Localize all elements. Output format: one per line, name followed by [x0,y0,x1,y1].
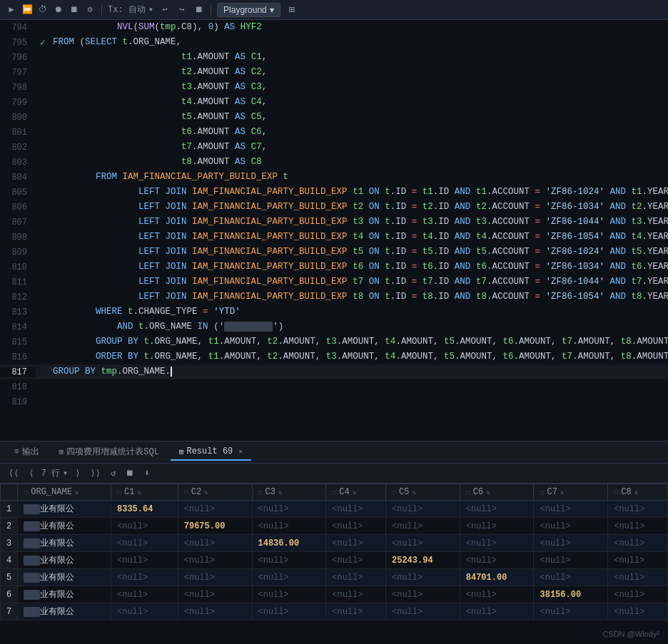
table-cell: <null> [385,586,460,603]
code-line-810: 810 LEFT JOIN IAM_FINANCIAL_PARTY_BUILD_… [0,260,668,275]
stop-result-icon[interactable]: ⏹ [123,466,137,480]
line-num-808: 808 [0,232,36,242]
tab-close-icon[interactable]: ✕ [238,447,243,456]
data-table-container[interactable]: ☐ ORG_NAME ⇅ ☐ C1 ⇅ ☐ C2 [0,484,668,644]
c3-sort-icon[interactable]: ⇅ [278,489,282,496]
c4-sort-icon[interactable]: ⇅ [353,489,356,496]
line-content-801: t6.AMOUNT AS C6, [50,125,668,140]
code-line-801: 801 t6.AMOUNT AS C6, [0,125,668,140]
clock-icon[interactable]: ⏱ [37,4,49,16]
c8-checkbox[interactable]: ☐ [614,488,618,496]
c3-checkbox[interactable]: ☐ [258,488,263,496]
c2-checkbox[interactable]: ☐ [184,488,188,496]
play-icon[interactable]: ▶ [6,4,17,16]
th-c5[interactable]: ☐ C5 ⇅ [385,484,460,501]
table-cell: <null> [326,535,386,552]
c8-sort-icon[interactable]: ⇅ [634,489,638,496]
th-c6[interactable]: ☐ C6 ⇅ [460,484,534,501]
table-cell: <null> [385,535,460,552]
table-cell: <null> [460,603,534,620]
table-cell: 2 [1,518,18,535]
table-row[interactable]: 2██业有限公<null>79675.00<null><null><null><… [1,518,668,535]
orgname-sort-icon[interactable]: ⇅ [75,489,79,496]
play2-icon[interactable]: ⏺ [53,4,64,16]
tab-result[interactable]: ⊞ Result 69 ✕ [171,444,251,461]
line-num-794: 794 [0,23,36,33]
first-page-icon[interactable]: ⟨⟨ [6,466,21,480]
c1-checkbox[interactable]: ☐ [117,488,121,496]
th-c1[interactable]: ☐ C1 ⇅ [111,484,178,501]
code-line-806: 806 LEFT JOIN IAM_FINANCIAL_PARTY_BUILD_… [0,200,668,215]
table-row[interactable]: 6██业有限公<null><null><null><null><null><nu… [1,586,668,603]
table-cell: <null> [252,569,326,586]
c2-sort-icon[interactable]: ⇅ [204,489,208,496]
last-page-icon[interactable]: ⟩⟩ [88,466,103,480]
tab-sql[interactable]: ⊞ 四项费用增减统计表SQL [51,443,168,462]
c1-sort-icon[interactable]: ⇅ [137,489,141,496]
c4-checkbox[interactable]: ☐ [332,488,336,496]
line-content-802: t7.AMOUNT AS C7, [50,140,668,155]
table-cell: <null> [178,603,252,620]
gutter-795: ✓ [36,36,50,48]
next-page-icon[interactable]: ⟩ [72,466,83,480]
table-cell: <null> [111,535,178,552]
tab-output[interactable]: ≡ 输出 [6,443,48,462]
th-c3[interactable]: ☐ C3 ⇅ [252,484,326,501]
grid-icon[interactable]: ⊞ [286,4,298,16]
th-c4[interactable]: ☐ C4 ⇅ [326,484,386,501]
tab-result-label: Result 69 [186,446,233,456]
line-num-817: 817 [0,367,36,377]
stop-icon[interactable]: ⏹ [69,4,80,16]
c5-checkbox[interactable]: ☐ [392,488,396,496]
table-cell-org: ██业有限公 [18,518,111,535]
line-content-809: LEFT JOIN IAM_FINANCIAL_PARTY_BUILD_EXP … [50,245,668,260]
refresh-icon[interactable]: ↺ [108,466,118,480]
separator-2 [211,5,211,15]
code-line-795: 795 ✓ FROM (SELECT t.ORG_NAME, [0,35,668,50]
c6-sort-icon[interactable]: ⇅ [486,489,490,496]
th-c2[interactable]: ☐ C2 ⇅ [178,484,252,501]
code-editor[interactable]: 794 NVL(SUM(tmp.C8), 0) AS HYF2 795 ✓ FR… [0,20,668,441]
line-content-808: LEFT JOIN IAM_FINANCIAL_PARTY_BUILD_EXP … [50,230,668,245]
table-cell: <null> [534,501,608,518]
table-row[interactable]: 5██业有限公<null><null><null><null><null>847… [1,569,668,586]
table-row[interactable]: 4██业有限公<null><null><null><null>25243.94<… [1,552,668,569]
th-c2-label: C2 [191,487,201,497]
table-row[interactable]: 3██业有限公<null><null>14836.00<null><null><… [1,535,668,552]
table-cell: 3 [1,535,18,552]
line-content-805: LEFT JOIN IAM_FINANCIAL_PARTY_BUILD_EXP … [50,185,668,200]
th-c7[interactable]: ☐ C7 ⇅ [534,484,608,501]
redo-icon[interactable]: ↪ [176,4,188,16]
c7-checkbox[interactable]: ☐ [540,488,544,496]
main-toolbar: ▶ ⏩ ⏱ ⏺ ⏹ ⚙ Tx: 自动 ▾ ↩ ↪ ⏹ Playground ▾ … [0,0,668,20]
th-c8[interactable]: ☐ C8 ⇅ [608,484,668,501]
c7-sort-icon[interactable]: ⇅ [560,489,564,496]
stop2-icon[interactable]: ⏹ [193,4,205,16]
output-icon: ≡ [14,447,19,456]
th-orgname[interactable]: ☐ ORG_NAME ⇅ [18,484,111,501]
line-content-816: ORDER BY t.ORG_NAME, t1.AMOUNT, t2.AMOUN… [50,349,668,364]
table-cell: <null> [326,586,386,603]
playground-button[interactable]: Playground ▾ [217,3,280,17]
toolbar-icons: ▶ ⏩ ⏱ ⏺ ⏹ ⚙ [6,4,96,16]
export-icon[interactable]: ⬇ [141,466,152,480]
table-cell: <null> [111,586,178,603]
undo-icon[interactable]: ↩ [159,4,171,16]
settings-icon[interactable]: ⚙ [84,4,96,16]
code-line-798: 798 t3.AMOUNT AS C3, [0,80,668,95]
code-line-804: 804 FROM IAM_FINANCIAL_PARTY_BUILD_EXP t [0,170,668,185]
table-row[interactable]: 1██业有限公8335.64<null><null><null><null><n… [1,501,668,518]
result-toolbar: ⟨⟨ ⟨ 7 行 ▾ ⟩ ⟩⟩ ↺ ⏹ ⬇ [0,464,668,484]
c6-checkbox[interactable]: ☐ [466,488,470,496]
step-icon[interactable]: ⏩ [21,4,33,16]
table-cell: <null> [326,552,386,569]
code-line-800: 800 t5.AMOUNT AS C5, [0,110,668,125]
line-content-807: LEFT JOIN IAM_FINANCIAL_PARTY_BUILD_EXP … [50,215,668,230]
c5-sort-icon[interactable]: ⇅ [412,489,415,496]
orgname-checkbox[interactable]: ☐ [24,488,28,496]
table-cell: <null> [252,501,326,518]
table-header-row: ☐ ORG_NAME ⇅ ☐ C1 ⇅ ☐ C2 [1,484,668,501]
line-content-797: t2.AMOUNT AS C2, [50,65,668,80]
prev-page-icon[interactable]: ⟨ [26,466,36,480]
table-row[interactable]: 7██业有限公<null><null><null><null><null><nu… [1,603,668,620]
